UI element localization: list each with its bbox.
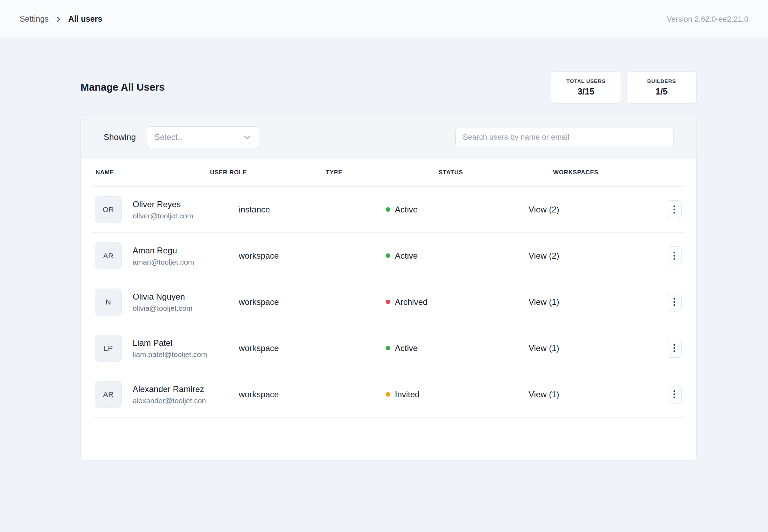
row-menu-button[interactable] — [667, 200, 682, 219]
total-users-value: 3/15 — [578, 86, 595, 97]
status-label: Invited — [395, 390, 420, 399]
builders-label: BUILDERS — [647, 78, 676, 84]
filter-bar: Showing Select.. — [81, 115, 696, 159]
status-badge: Active — [386, 205, 418, 215]
user-role: workspace — [239, 251, 279, 261]
user-name: Alexander Ramirez — [133, 384, 206, 394]
status-label: Active — [395, 251, 418, 261]
status-filter-select[interactable]: Select.. — [147, 126, 259, 148]
search-input[interactable] — [455, 128, 673, 146]
status-badge: Active — [386, 343, 418, 353]
chevron-down-icon — [243, 133, 252, 142]
column-type: TYPE — [326, 169, 342, 176]
table-row: OR Oliver Reyes oliver@tooljet.com insta… — [92, 187, 685, 233]
kebab-icon — [673, 255, 675, 257]
avatar: N — [95, 288, 122, 315]
table-row: AR Aman Regu aman@tooljet.com workspace … — [92, 233, 685, 279]
user-email: alexander@tooljet.con — [133, 396, 206, 405]
table-row: AR Alexander Ramirez alexander@tooljet.c… — [92, 371, 685, 418]
select-placeholder: Select.. — [154, 132, 182, 142]
user-name: Liam Patel — [133, 338, 207, 348]
breadcrumb-all-users: All users — [68, 14, 102, 24]
column-name: NAME — [96, 169, 114, 176]
user-email: olivia@tooljet.com — [133, 304, 193, 312]
status-badge: Active — [386, 251, 418, 261]
user-name: Aman Regu — [133, 245, 194, 255]
user-role: workspace — [239, 343, 279, 353]
user-email: aman@tooljet.com — [133, 258, 194, 266]
row-menu-button[interactable] — [667, 246, 682, 265]
status-dot — [386, 300, 390, 304]
avatar: OR — [95, 196, 122, 223]
avatar: LP — [95, 335, 122, 362]
total-users-card: TOTAL USERS 3/15 — [551, 71, 621, 103]
column-status: STATUS — [439, 169, 463, 176]
users-card: Showing Select.. NAME USER ROLE TYPE — [81, 115, 697, 460]
stats-cards: TOTAL USERS 3/15 BUILDERS 1/5 — [551, 71, 697, 103]
user-email: liam.patel@tooljet.com — [133, 350, 207, 358]
user-email: oliver@tooljet.com — [133, 211, 193, 220]
workspaces-link[interactable]: View (1) — [529, 343, 559, 353]
status-label: Active — [395, 205, 418, 215]
table-row: LP Liam Patel liam.patel@tooljet.com wor… — [92, 325, 685, 371]
user-role: workspace — [239, 297, 279, 307]
column-workspaces: WORKSPACES — [553, 169, 598, 176]
workspaces-link[interactable]: View (1) — [529, 297, 559, 307]
kebab-icon — [673, 347, 675, 349]
builders-card: BUILDERS 1/5 — [627, 71, 697, 103]
top-bar: Settings All users Version 2.62.0-ee2.21… — [0, 0, 768, 38]
breadcrumb: Settings All users — [20, 14, 102, 24]
status-dot — [386, 392, 390, 397]
kebab-icon — [673, 301, 675, 303]
status-label: Active — [395, 343, 418, 353]
total-users-label: TOTAL USERS — [566, 78, 606, 84]
version-label: Version 2.62.0-ee2.21.0 — [666, 15, 748, 24]
workspaces-link[interactable]: View (2) — [529, 205, 559, 215]
status-dot — [386, 207, 390, 212]
table-row: N Olivia Nguyen olivia@tooljet.com works… — [92, 279, 685, 325]
page-title: Manage All Users — [81, 82, 165, 93]
column-user-role: USER ROLE — [210, 169, 247, 176]
avatar: AR — [95, 242, 122, 269]
breadcrumb-settings[interactable]: Settings — [20, 14, 49, 24]
row-menu-button[interactable] — [667, 385, 682, 404]
content-area: Manage All Users TOTAL USERS 3/15 BUILDE… — [0, 71, 768, 460]
avatar: AR — [95, 381, 122, 408]
users-table: NAME USER ROLE TYPE STATUS WORKSPACES OR… — [81, 159, 696, 460]
builders-value: 1/5 — [656, 86, 668, 97]
kebab-icon — [673, 209, 675, 210]
workspaces-link[interactable]: View (1) — [529, 390, 559, 399]
status-dot — [386, 253, 390, 258]
user-name: Oliver Reyes — [133, 199, 193, 209]
user-role: instance — [239, 205, 270, 215]
row-menu-button[interactable] — [667, 339, 682, 358]
chevron-right-icon — [55, 16, 62, 23]
user-role: workspace — [239, 390, 279, 399]
table-header: NAME USER ROLE TYPE STATUS WORKSPACES — [92, 159, 685, 187]
workspaces-link[interactable]: View (2) — [529, 251, 559, 261]
status-badge: Invited — [386, 390, 420, 399]
showing-label: Showing — [104, 132, 136, 142]
row-menu-button[interactable] — [667, 293, 682, 312]
user-name: Olivia Nguyen — [133, 292, 193, 301]
kebab-icon — [673, 393, 675, 395]
status-label: Archived — [395, 297, 427, 307]
status-dot — [386, 346, 390, 350]
status-badge: Archived — [386, 297, 427, 307]
